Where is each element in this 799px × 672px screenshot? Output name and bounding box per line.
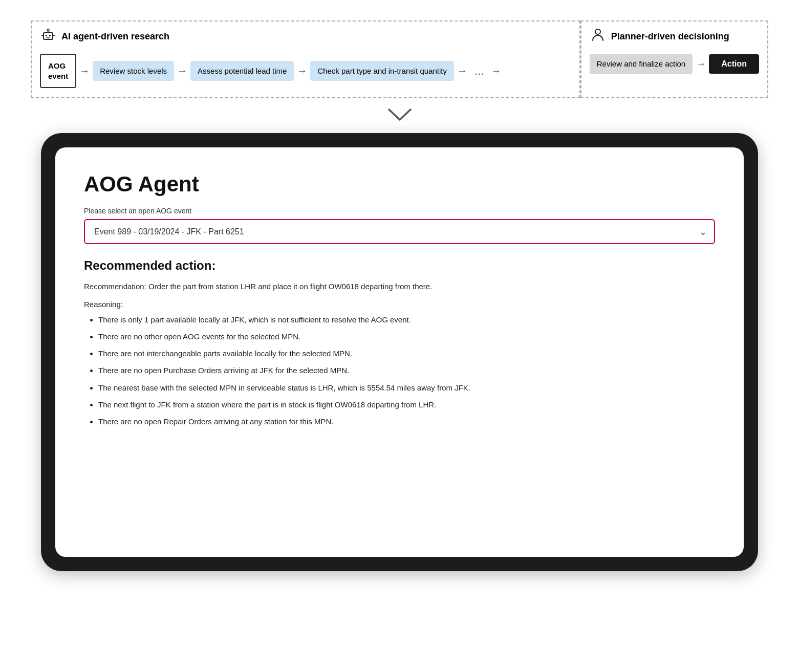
planner-section-header: Planner-driven decisioning: [590, 27, 759, 47]
robot-icon: [40, 27, 56, 47]
svg-point-5: [47, 29, 49, 31]
event-dropdown[interactable]: Event 989 - 03/19/2024 - JFK - Part 6251: [84, 219, 715, 244]
aog-event-box: AOGevent: [40, 54, 76, 88]
list-item: There are no other open AOG events for t…: [98, 331, 715, 342]
step-action: Action: [709, 54, 759, 74]
step-check-part: Check part type and in-transit quantity: [310, 61, 454, 81]
svg-rect-2: [49, 35, 51, 36]
list-item: The next flight to JFK from a station wh…: [98, 399, 715, 410]
planner-section: Planner-driven decisioning Review and fi…: [580, 20, 768, 98]
svg-rect-1: [46, 35, 47, 36]
recommended-action-title: Recommended action:: [84, 258, 715, 273]
list-item: The nearest base with the selected MPN i…: [98, 382, 715, 394]
reasoning-list: There is only 1 part available locally a…: [84, 314, 715, 428]
ai-section-header: AI agent-driven research: [40, 27, 571, 47]
step-review-finalize: Review and finalize action: [590, 54, 693, 74]
event-select-wrapper[interactable]: Event 989 - 03/19/2024 - JFK - Part 6251…: [84, 219, 715, 244]
ai-section: AI agent-driven research AOGevent → Revi…: [31, 20, 580, 98]
step-review-stock: Review stock levels: [93, 61, 174, 81]
arrow-5: →: [488, 65, 504, 77]
app-title: AOG Agent: [84, 172, 715, 197]
planner-section-label: Planner-driven decisioning: [611, 31, 729, 42]
arrow-1: →: [76, 65, 93, 77]
reasoning-label: Reasoning:: [84, 300, 715, 309]
svg-rect-0: [44, 33, 53, 39]
step-assess-lead: Assess potential lead time: [190, 61, 294, 81]
recommendation-text: Recommendation: Order the part from stat…: [84, 281, 715, 293]
flow-row: AOGevent → Review stock levels → Assess …: [40, 54, 571, 88]
arrow-4: →: [454, 65, 470, 77]
person-icon: [590, 27, 606, 47]
list-item: There is only 1 part available locally a…: [98, 314, 715, 326]
field-label: Please select an open AOG event: [84, 207, 715, 215]
arrow-3: →: [294, 65, 310, 77]
arrow-2: →: [174, 65, 190, 77]
chevron-down-icon: [387, 107, 413, 122]
tablet-device: AOG Agent Please select an open AOG even…: [41, 133, 758, 571]
planner-flow-row: Review and finalize action → Action: [590, 54, 759, 74]
arrow-6: →: [693, 58, 709, 70]
list-item: There are no open Repair Orders arriving…: [98, 416, 715, 427]
ai-section-label: AI agent-driven research: [61, 31, 169, 42]
list-item: There are not interchangeable parts avai…: [98, 348, 715, 359]
list-item: There are no open Purchase Orders arrivi…: [98, 364, 715, 376]
step-dots: ...: [470, 64, 488, 78]
chevron-wrapper: [20, 107, 779, 122]
svg-point-8: [595, 29, 600, 34]
tablet-screen: AOG Agent Please select an open AOG even…: [55, 147, 744, 557]
